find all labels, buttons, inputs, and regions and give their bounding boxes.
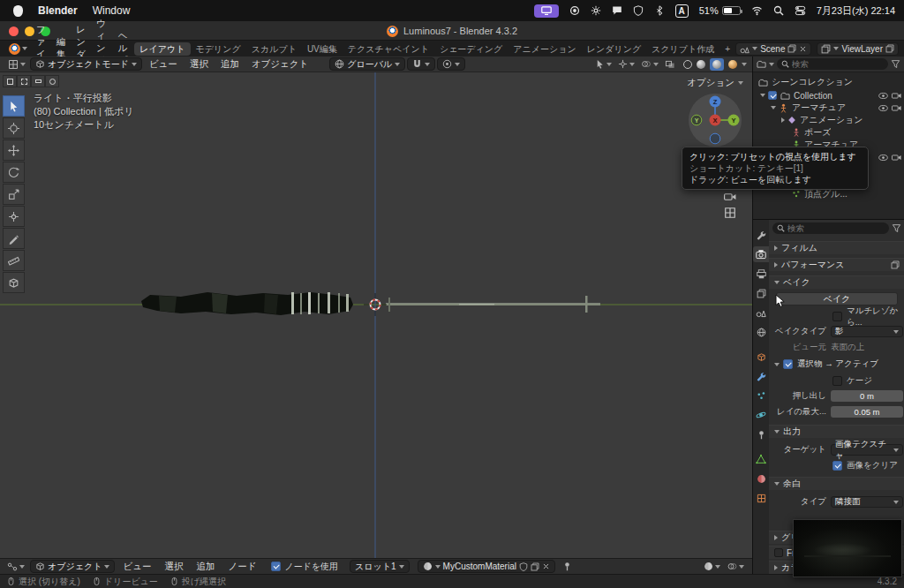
properties-search[interactable] — [772, 222, 901, 234]
bluetooth-icon[interactable] — [654, 5, 665, 16]
shader-type-dropdown[interactable]: オブジェクト — [30, 560, 115, 573]
cage-checkbox[interactable] — [832, 376, 842, 386]
eye-icon[interactable] — [878, 103, 888, 113]
navigation-gizmo[interactable]: Y Z Y X — [687, 92, 743, 148]
clear-image-checkbox[interactable] — [832, 461, 842, 471]
outliner-search-input[interactable] — [792, 59, 884, 69]
material-selector[interactable]: MyCustomMaterial — [418, 560, 555, 573]
tool-rotate[interactable] — [3, 162, 25, 183]
battery-indicator[interactable]: 51% — [699, 5, 741, 16]
shading-material-button[interactable] — [710, 58, 724, 71]
fake-user-shield-icon[interactable] — [519, 562, 528, 571]
overlays-dropdown[interactable] — [641, 59, 659, 69]
workspace-tab-scripting[interactable]: スクリプト作成 — [646, 42, 719, 56]
mode-dropdown[interactable]: オブジェクトモード — [30, 57, 142, 71]
menubar-window-menu[interactable]: Window — [93, 4, 131, 17]
viewport-scene[interactable] — [0, 72, 752, 558]
filter-icon[interactable] — [891, 59, 900, 69]
wifi-icon[interactable] — [751, 5, 763, 16]
viewport-menu-select[interactable]: 選択 — [185, 58, 214, 71]
viewlayer-selector[interactable]: ViewLayer — [817, 42, 899, 56]
tool-cursor[interactable] — [3, 117, 25, 139]
tab-tool[interactable] — [753, 227, 769, 243]
outliner-row-pose[interactable]: ポーズ — [753, 126, 904, 139]
tab-material[interactable] — [753, 471, 769, 486]
max-ray-field[interactable]: 0.05 m — [831, 406, 903, 418]
tab-render[interactable] — [753, 246, 769, 262]
workspace-tab-uv[interactable]: UV編集 — [302, 42, 343, 56]
outliner-row-animation[interactable]: アニメーション — [753, 114, 904, 126]
transform-orientation-dropdown[interactable]: グローバル — [329, 57, 405, 71]
camera-view-icon[interactable] — [724, 191, 736, 203]
panel-bake[interactable]: ベイク — [769, 275, 904, 289]
menubar-app-name[interactable]: Blender — [38, 4, 78, 17]
outliner-row-scene-collection[interactable]: シーンコレクション — [753, 76, 904, 88]
snap-node-dropdown[interactable] — [704, 562, 720, 571]
eye-icon[interactable] — [878, 153, 888, 162]
record-status-icon[interactable] — [569, 5, 580, 16]
workspace-tab-modeling[interactable]: モデリング — [191, 42, 246, 56]
tool-scale[interactable] — [3, 184, 25, 205]
tab-data[interactable] — [753, 451, 769, 467]
tab-constraints[interactable] — [753, 426, 769, 442]
workspace-tab-texturepaint[interactable]: テクスチャペイント — [343, 42, 434, 56]
editor-type-button[interactable] — [5, 59, 28, 70]
outliner-row-collection[interactable]: Collection — [753, 89, 904, 102]
tab-object[interactable] — [753, 349, 769, 365]
panel-film[interactable]: フィルム — [769, 241, 904, 254]
selected-to-active-checkbox[interactable] — [783, 359, 793, 369]
workspace-tab-sculpting[interactable]: スカルプト — [246, 42, 302, 56]
tab-texture[interactable] — [753, 490, 769, 506]
proportional-editing-dropdown[interactable] — [437, 57, 465, 71]
input-source-indicator[interactable]: A — [675, 4, 689, 18]
slot-dropdown[interactable]: スロット1 — [350, 560, 410, 573]
outliner-row-vertex-groups[interactable]: 頂点グル... — [753, 188, 904, 200]
tab-particles[interactable] — [753, 388, 769, 403]
outliner-search[interactable] — [777, 58, 888, 70]
selected-to-active-header[interactable]: 選択物 → アクティブ — [771, 358, 903, 371]
shield-icon[interactable] — [633, 5, 644, 16]
eye-icon[interactable] — [878, 91, 888, 101]
bake-button[interactable]: ベイク — [776, 292, 898, 305]
shading-dropdown[interactable] — [742, 63, 747, 66]
tool-add-cube[interactable] — [3, 272, 25, 293]
scene-selector[interactable]: Scene — [735, 42, 811, 56]
shading-rendered-button[interactable] — [728, 60, 737, 69]
panel-performance[interactable]: パフォーマンス — [769, 258, 904, 271]
tab-physics[interactable] — [753, 407, 769, 423]
xray-toggle[interactable] — [665, 59, 675, 69]
shading-wireframe-button[interactable] — [683, 60, 692, 69]
close-icon[interactable] — [799, 45, 807, 53]
camera-icon[interactable] — [892, 91, 901, 101]
gizmos-dropdown[interactable] — [618, 59, 635, 69]
bake-type-dropdown[interactable]: 影 — [831, 326, 903, 337]
shading-solid-button[interactable] — [697, 60, 705, 69]
tab-output[interactable] — [753, 266, 769, 282]
target-dropdown[interactable]: 画像テクスチャ — [831, 444, 903, 456]
gear-icon[interactable] — [591, 5, 601, 16]
tab-scene[interactable] — [753, 305, 769, 320]
outliner-editor-icon[interactable] — [757, 59, 766, 69]
use-nodes-toggle[interactable]: ノードを使用 — [271, 561, 338, 573]
select-mode-extend[interactable] — [17, 75, 31, 87]
tool-annotate[interactable] — [3, 228, 25, 249]
freestyle-checkbox[interactable] — [774, 548, 783, 557]
properties-search-input[interactable] — [787, 223, 885, 233]
use-nodes-checkbox[interactable] — [271, 562, 281, 571]
tool-measure[interactable] — [3, 250, 25, 271]
select-mode-intersect[interactable] — [45, 75, 59, 87]
editor-type-button[interactable] — [4, 562, 27, 572]
shader-menu-node[interactable]: ノード — [222, 561, 261, 573]
margin-type-dropdown[interactable]: 隣接面 — [831, 496, 903, 508]
multires-checkbox[interactable] — [832, 312, 842, 321]
options-button[interactable]: オプション — [687, 77, 743, 89]
extrusion-field[interactable]: 0 m — [831, 390, 903, 402]
viewport-menu-add[interactable]: 追加 — [215, 58, 245, 71]
blender-menu-button[interactable] — [5, 43, 31, 55]
tool-move[interactable] — [3, 139, 25, 161]
shader-menu-select[interactable]: 選択 — [159, 561, 188, 573]
menubar-clock[interactable]: 7月23日(水) 22:14 — [817, 4, 895, 18]
select-mode-subtract[interactable] — [31, 75, 45, 87]
shader-menu-view[interactable]: ビュー — [117, 561, 156, 573]
chat-icon[interactable] — [612, 5, 622, 16]
